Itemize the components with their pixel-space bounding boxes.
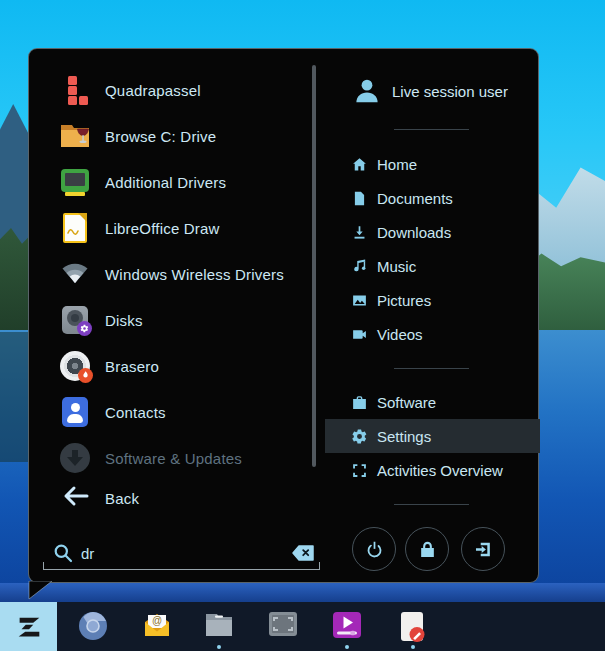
quadrapassel-blocks-icon (59, 74, 91, 106)
mail-icon: @ (142, 611, 172, 639)
app-item-disks[interactable]: Disks (29, 297, 317, 343)
power-icon (365, 540, 384, 559)
nav-label: Software (377, 394, 436, 411)
running-indicator (411, 645, 415, 649)
app-item-quadrapassel[interactable]: Quadrapassel (29, 67, 317, 113)
document-icon (351, 190, 368, 207)
picture-icon (351, 292, 368, 309)
user-account-item[interactable]: Live session user (325, 65, 540, 117)
zorin-menu-icon (14, 612, 44, 642)
user-name: Live session user (392, 83, 508, 100)
app-label: Additional Drivers (105, 174, 226, 191)
nav-label: Home (377, 156, 417, 173)
desktop: { "colors":{ "accent":"#86cde9","text":"… (0, 0, 605, 651)
app-label: Quadrapassel (105, 82, 201, 99)
music-note-icon (351, 258, 368, 275)
taskbar-item-video-player[interactable] (332, 611, 362, 642)
disc-burner-icon (59, 350, 91, 382)
nav-item-downloads[interactable]: Downloads (325, 215, 540, 249)
app-label: Brasero (105, 358, 159, 375)
app-item-additional-drivers[interactable]: Additional Drivers (29, 159, 317, 205)
back-arrow-icon (59, 482, 91, 514)
nav-label: Videos (377, 326, 423, 343)
video-player-icon (332, 611, 362, 639)
back-button[interactable]: Back (29, 475, 317, 521)
divider (394, 368, 469, 369)
app-item-brasero[interactable]: Brasero (29, 343, 317, 389)
files-icon (204, 611, 234, 639)
zorin-app-menu: Quadrapassel Browse C: Drive Additional … (28, 48, 539, 583)
backspace-clear-icon[interactable] (292, 545, 314, 561)
nav-item-settings[interactable]: Settings (325, 419, 540, 453)
drivers-monitor-icon (59, 166, 91, 198)
power-button[interactable] (352, 527, 396, 571)
search-input[interactable]: dr (81, 545, 94, 562)
download-icon (351, 224, 368, 241)
app-label: Contacts (105, 404, 166, 421)
nav-item-documents[interactable]: Documents (325, 181, 540, 215)
app-label: Windows Wireless Drivers (105, 266, 284, 283)
app-item-contacts[interactable]: Contacts (29, 389, 317, 435)
taskbar-item-text-editor[interactable] (398, 611, 428, 642)
app-label: Software & Updates (105, 450, 242, 467)
divider (394, 129, 469, 130)
app-item-libreoffice-draw[interactable]: LibreOffice Draw (29, 205, 317, 251)
home-icon (351, 156, 368, 173)
wifi-icon (59, 258, 91, 290)
zorin-menu-button[interactable] (0, 602, 57, 651)
logout-icon (474, 540, 493, 559)
app-label: Disks (105, 312, 143, 329)
nav-item-activities-overview[interactable]: Activities Overview (325, 453, 540, 487)
svg-text:@: @ (152, 615, 162, 626)
software-bag-icon (351, 394, 368, 411)
divider (394, 504, 469, 505)
nav-label: Activities Overview (377, 462, 503, 479)
text-editor-icon (398, 611, 426, 643)
running-indicator (345, 645, 349, 649)
nav-item-home[interactable]: Home (325, 147, 540, 181)
app-label: LibreOffice Draw (105, 220, 220, 237)
search-field[interactable]: dr (43, 537, 320, 570)
nav-item-videos[interactable]: Videos (325, 317, 540, 351)
wine-folder-icon (59, 120, 91, 152)
menu-right-column: Live session user Home Documents Downloa… (325, 49, 540, 582)
browser-icon (78, 611, 108, 641)
app-item-browse-c-drive[interactable]: Browse C: Drive (29, 113, 317, 159)
taskbar: @ (0, 602, 605, 651)
gear-icon (351, 428, 368, 445)
menu-pointer-tail (28, 581, 54, 601)
nav-item-pictures[interactable]: Pictures (325, 283, 540, 317)
app-item-windows-wireless-drivers[interactable]: Windows Wireless Drivers (29, 251, 317, 297)
logout-button[interactable] (461, 527, 505, 571)
taskbar-item-files[interactable] (204, 611, 234, 642)
app-label: Browse C: Drive (105, 128, 216, 145)
libreoffice-draw-icon (59, 212, 91, 244)
video-camera-icon (351, 326, 368, 343)
wallpaper-horizon (0, 583, 605, 603)
back-label: Back (105, 490, 139, 507)
taskbar-item-browser[interactable] (78, 611, 108, 642)
activities-corners-icon (351, 462, 368, 479)
nav-label: Settings (377, 428, 431, 445)
search-icon (53, 543, 73, 563)
nav-item-software[interactable]: Software (325, 385, 540, 419)
nav-label: Music (377, 258, 416, 275)
contacts-icon (59, 396, 91, 428)
screenshot-icon (268, 611, 298, 637)
running-indicator (217, 645, 221, 649)
nav-label: Pictures (377, 292, 431, 309)
user-icon (352, 76, 382, 106)
nav-item-music[interactable]: Music (325, 249, 540, 283)
lock-icon (418, 540, 437, 559)
disk-utility-icon (59, 304, 91, 336)
lock-button[interactable] (405, 527, 449, 571)
software-updates-icon (59, 442, 91, 474)
taskbar-item-mail[interactable]: @ (142, 611, 172, 642)
nav-label: Documents (377, 190, 453, 207)
app-list-scrollbar[interactable] (312, 65, 316, 467)
taskbar-item-screenshot[interactable] (268, 611, 298, 642)
nav-label: Downloads (377, 224, 451, 241)
